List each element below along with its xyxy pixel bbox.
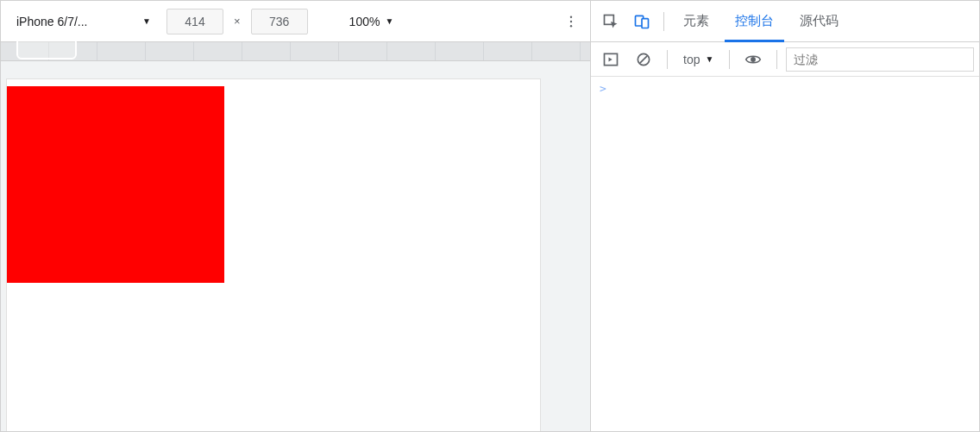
- device-name-label: iPhone 6/7/...: [16, 15, 88, 28]
- page-viewport[interactable]: [6, 78, 541, 431]
- more-options-button[interactable]: [559, 9, 583, 34]
- svg-line-8: [640, 55, 647, 62]
- app-root: iPhone 6/7/... ▼ × 100% ▼: [1, 1, 979, 431]
- devtools-tabbar: 元素 控制台 源代码: [591, 1, 979, 42]
- toolbar-divider: [663, 12, 664, 31]
- toolbar-divider: [729, 50, 730, 69]
- context-label: top: [683, 53, 700, 66]
- console-prompt: >: [600, 82, 606, 95]
- tab-label: 源代码: [800, 13, 839, 29]
- svg-point-0: [570, 16, 572, 17]
- clear-console-button[interactable]: [629, 45, 658, 74]
- device-toggle-icon: [633, 13, 650, 30]
- toggle-device-toolbar-button[interactable]: [627, 7, 656, 36]
- device-emulator-panel: iPhone 6/7/... ▼ × 100% ▼: [1, 1, 591, 431]
- viewport-wrap: [1, 61, 590, 431]
- console-toolbar: top ▼: [591, 42, 979, 77]
- toolbar-divider: [776, 50, 777, 69]
- tab-label: 元素: [683, 13, 709, 29]
- console-body[interactable]: >: [591, 77, 979, 431]
- ruler-marker: [16, 37, 77, 59]
- clear-icon: [635, 51, 652, 68]
- zoom-label: 100%: [349, 15, 380, 28]
- toolbar-divider: [667, 50, 668, 69]
- live-expression-button[interactable]: [738, 45, 768, 74]
- chevron-down-icon: ▼: [385, 16, 393, 26]
- zoom-select[interactable]: 100% ▼: [349, 15, 394, 28]
- dimension-separator: ×: [230, 15, 244, 28]
- device-select[interactable]: iPhone 6/7/... ▼: [8, 8, 160, 35]
- devtools-panel: 元素 控制台 源代码: [591, 1, 979, 431]
- svg-point-1: [570, 20, 572, 22]
- context-select[interactable]: top ▼: [676, 53, 720, 66]
- sidebar-toggle-icon: [602, 51, 619, 68]
- kebab-icon: [563, 14, 579, 29]
- eye-icon: [744, 51, 762, 68]
- inspect-icon: [602, 13, 619, 30]
- tab-label: 控制台: [735, 13, 774, 29]
- filter-input[interactable]: [786, 47, 974, 72]
- svg-point-2: [570, 25, 572, 27]
- tab-console[interactable]: 控制台: [723, 1, 786, 41]
- chevron-down-icon: ▼: [705, 54, 713, 64]
- device-toolbar: iPhone 6/7/... ▼ × 100% ▼: [1, 1, 590, 42]
- breakpoint-ruler[interactable]: [1, 42, 590, 61]
- chevron-down-icon: ▼: [142, 16, 151, 26]
- svg-point-9: [751, 57, 756, 62]
- width-input[interactable]: [166, 9, 223, 34]
- red-box: [7, 86, 224, 283]
- svg-rect-5: [642, 18, 649, 28]
- tab-sources[interactable]: 源代码: [788, 1, 851, 41]
- height-input[interactable]: [251, 9, 308, 34]
- tab-elements[interactable]: 元素: [671, 1, 721, 41]
- console-sidebar-toggle[interactable]: [596, 45, 625, 74]
- inspect-element-button[interactable]: [596, 7, 625, 36]
